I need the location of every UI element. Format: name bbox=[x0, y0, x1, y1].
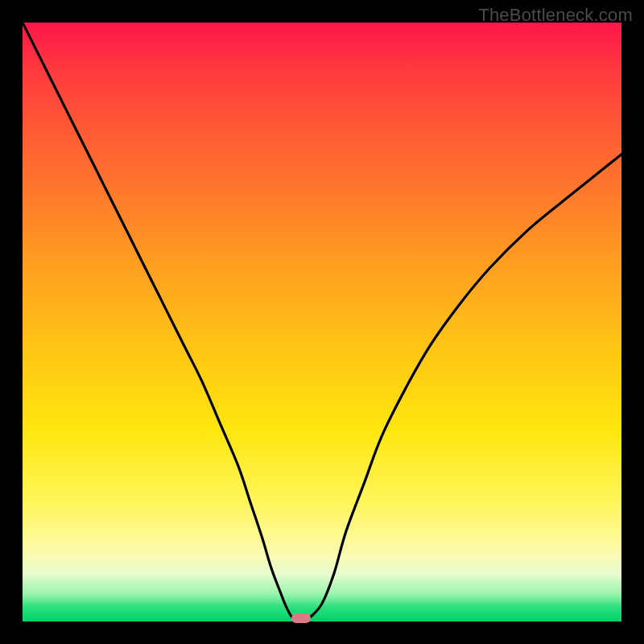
bottleneck-curve bbox=[23, 23, 621, 621]
watermark-text: TheBottleneck.com bbox=[478, 5, 633, 26]
chart-frame: TheBottleneck.com bbox=[0, 0, 644, 644]
optimum-marker bbox=[291, 613, 311, 623]
